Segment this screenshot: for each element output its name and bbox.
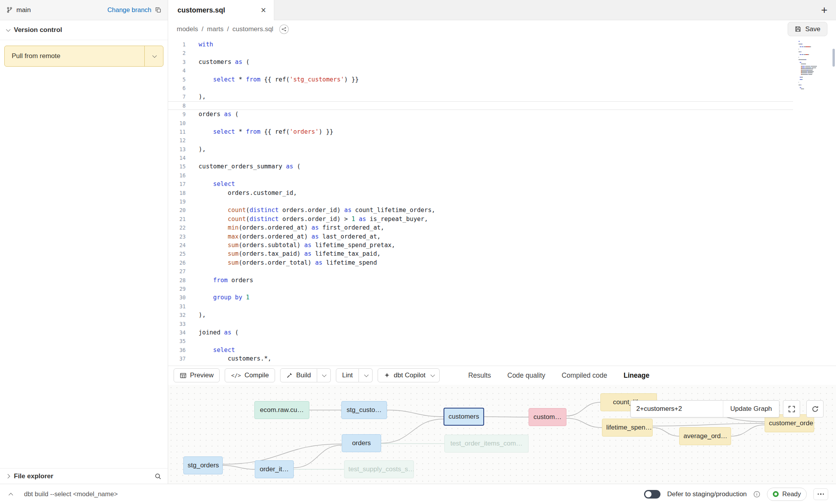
panel-tab-lineage[interactable]: Lineage (624, 371, 650, 380)
lineage-node-stg_orders[interactable]: stg_orders (183, 456, 223, 474)
code-line[interactable]: 20 count(distinct orders.order_id) as co… (168, 206, 836, 214)
lineage-node-orders[interactable]: orders (342, 434, 381, 452)
lineage-node-test_order_items_com[interactable]: test_order_items_com… (444, 435, 529, 453)
code-line[interactable]: 29 (168, 285, 836, 293)
pull-dropdown-toggle[interactable] (144, 46, 163, 66)
collapse-panel-icon[interactable] (8, 491, 14, 497)
refresh-button[interactable] (806, 400, 824, 417)
code-line[interactable]: 33 (168, 320, 836, 328)
code-line[interactable]: 1with (168, 40, 836, 49)
breadcrumb-separator: / (227, 25, 229, 33)
code-line[interactable]: 22 min(orders.ordered_at) as first_order… (168, 223, 836, 232)
more-options-button[interactable] (813, 488, 828, 500)
code-line[interactable]: 27 (168, 267, 836, 276)
lineage-node-customers[interactable]: customers (444, 408, 484, 426)
breadcrumb-item[interactable]: marts (207, 25, 224, 33)
code-editor[interactable]: 1with23customers as (45 select * from {{… (168, 38, 836, 366)
ready-status-badge[interactable]: Ready (767, 488, 807, 501)
code-line[interactable]: 28 from orders (168, 276, 836, 285)
code-line[interactable]: 17 select (168, 180, 836, 188)
code-line[interactable]: 4 (168, 66, 836, 75)
line-content: group by 1 (186, 293, 250, 302)
line-number: 7 (168, 92, 186, 101)
version-control-header[interactable]: Version control (0, 20, 168, 40)
code-line[interactable]: 6 (168, 84, 836, 92)
line-content: select * from {{ ref('stg_customers') }} (186, 75, 359, 84)
lint-dropdown-toggle[interactable] (359, 368, 373, 382)
editor-tab-customers-sql[interactable]: customers.sql × (168, 0, 274, 20)
line-number: 8 (168, 101, 186, 110)
code-line[interactable]: 14 (168, 154, 836, 162)
pull-from-remote-button[interactable]: Pull from remote (4, 46, 163, 67)
lineage-node-custom[interactable]: custom… (529, 408, 566, 426)
pull-from-remote-label[interactable]: Pull from remote (5, 46, 144, 66)
breadcrumb-item[interactable]: models (177, 25, 198, 33)
code-line[interactable]: 9orders as ( (168, 110, 836, 118)
code-line[interactable]: 23 max(orders.ordered_at) as last_ordere… (168, 232, 836, 241)
line-number: 12 (168, 136, 186, 145)
info-icon[interactable] (753, 491, 760, 498)
preview-button[interactable]: Preview (174, 368, 220, 382)
copilot-button[interactable]: dbt Copilot (378, 368, 440, 382)
code-line[interactable]: 37 customers.*, (168, 354, 836, 363)
line-content: customer_orders_summary as ( (186, 162, 300, 171)
code-line[interactable]: 36 select (168, 346, 836, 354)
panel-tab-compiled-code[interactable]: Compiled code (562, 371, 607, 380)
file-lineage-icon[interactable] (279, 24, 289, 34)
code-line[interactable]: 35 (168, 337, 836, 345)
lineage-node-lifetime_spen[interactable]: lifetime_spen… (602, 419, 653, 437)
copy-branch-icon[interactable] (155, 7, 162, 13)
defer-toggle[interactable] (644, 490, 660, 499)
lineage-node-ecomrawcu[interactable]: ecom.raw.cu… (254, 401, 309, 419)
chevron-up-icon (9, 493, 13, 497)
code-line[interactable]: 15customer_orders_summary as ( (168, 162, 836, 171)
save-button[interactable]: Save (788, 22, 827, 36)
lint-button[interactable]: Lint (336, 368, 359, 382)
minimap[interactable] (799, 41, 830, 90)
build-dropdown-toggle[interactable] (317, 368, 331, 382)
lineage-node-stg_custo[interactable]: stg_custo… (341, 401, 387, 419)
lineage-search-input[interactable] (631, 401, 723, 417)
editor-scrollbar-thumb[interactable] (832, 49, 835, 67)
build-button[interactable]: Build (280, 368, 317, 382)
code-line[interactable]: 31 (168, 302, 836, 311)
file-search-icon[interactable] (154, 473, 162, 480)
code-line[interactable]: 19 (168, 197, 836, 206)
code-line[interactable]: 10 (168, 119, 836, 127)
lineage-node-test_supply_costs_s[interactable]: test_supply_costs_s… (344, 460, 414, 478)
code-line[interactable]: 5 select * from {{ ref('stg_customers') … (168, 75, 836, 84)
code-line[interactable]: 25 sum(orders.tax_paid) as lifetime_tax_… (168, 249, 836, 258)
breadcrumb-item[interactable]: customers.sql (233, 25, 273, 33)
code-line[interactable]: 34joined as ( (168, 328, 836, 337)
sidebar: main Change branch Version control Pull … (0, 0, 168, 484)
new-tab-button[interactable]: + (821, 5, 827, 16)
code-line[interactable]: 21 count(distinct orders.order_id) > 1 a… (168, 215, 836, 223)
lineage-panel[interactable]: ecom.raw.cu…stg_custo…customerscustom…co… (168, 385, 836, 484)
code-line[interactable]: 13), (168, 145, 836, 154)
code-line[interactable]: 18 orders.customer_id, (168, 189, 836, 197)
line-number: 16 (168, 171, 186, 180)
line-content: select (186, 180, 235, 188)
update-graph-button[interactable]: Update Graph (723, 401, 779, 417)
fullscreen-button[interactable] (783, 400, 800, 417)
code-line[interactable]: 32), (168, 311, 836, 319)
code-line[interactable]: 30 group by 1 (168, 293, 836, 302)
lineage-node-order_it[interactable]: order_it… (255, 460, 294, 478)
code-line[interactable]: 7), (168, 92, 836, 101)
code-line[interactable]: 12 (168, 136, 836, 145)
code-line[interactable]: 11 select * from {{ ref('orders') }} (168, 127, 836, 136)
line-content: min(orders.ordered_at) as first_ordered_… (186, 223, 384, 232)
code-line[interactable]: 26 sum(orders.order_total) as lifetime_s… (168, 258, 836, 267)
code-line[interactable]: 2 (168, 49, 836, 57)
code-line[interactable]: 24 sum(orders.subtotal) as lifetime_spen… (168, 241, 836, 249)
code-line[interactable]: 8 (168, 101, 836, 110)
panel-tab-code-quality[interactable]: Code quality (508, 371, 545, 380)
lineage-node-average_ord[interactable]: average_ord… (679, 427, 731, 445)
code-line[interactable]: 3customers as ( (168, 58, 836, 66)
panel-tab-results[interactable]: Results (468, 371, 491, 380)
code-line[interactable]: 16 (168, 171, 836, 180)
close-tab-icon[interactable]: × (261, 6, 266, 15)
change-branch-link[interactable]: Change branch (107, 6, 151, 14)
file-explorer-row[interactable]: File explorer (0, 468, 168, 484)
compile-button[interactable]: </> Compile (225, 368, 275, 382)
